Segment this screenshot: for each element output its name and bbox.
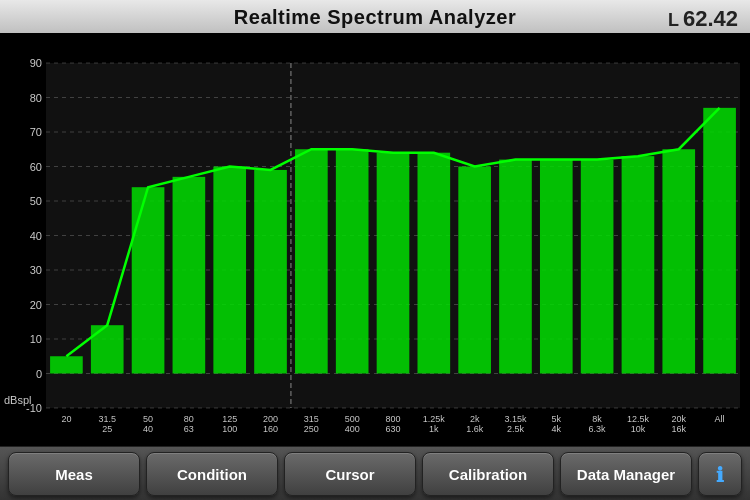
condition-button[interactable]: Condition [146, 452, 278, 496]
svg-text:315: 315 [304, 414, 319, 424]
app-title: Realtime Spectrum Analyzer [0, 6, 750, 29]
svg-text:63: 63 [184, 424, 194, 434]
svg-text:3.15k: 3.15k [504, 414, 527, 424]
svg-text:800: 800 [385, 414, 400, 424]
svg-text:6.3k: 6.3k [589, 424, 607, 434]
svg-text:2k: 2k [470, 414, 480, 424]
svg-text:50: 50 [143, 414, 153, 424]
level-channel: L [668, 10, 679, 31]
svg-text:630: 630 [385, 424, 400, 434]
svg-rect-66 [622, 156, 655, 373]
svg-rect-33 [173, 177, 206, 374]
svg-text:40: 40 [143, 424, 153, 434]
title-bar: Realtime Spectrum Analyzer L 62.42 [0, 0, 750, 33]
svg-rect-45 [336, 149, 369, 373]
svg-rect-30 [132, 187, 165, 373]
svg-text:1.25k: 1.25k [423, 414, 446, 424]
svg-rect-60 [540, 160, 573, 374]
app: Realtime Spectrum Analyzer L 62.42 Curre… [0, 0, 750, 500]
svg-text:80: 80 [30, 92, 42, 104]
svg-text:20: 20 [61, 414, 71, 424]
svg-text:dBspl: dBspl [4, 394, 32, 406]
svg-text:4k: 4k [552, 424, 562, 434]
calibration-button[interactable]: Calibration [422, 452, 554, 496]
svg-text:70: 70 [30, 126, 42, 138]
svg-text:160: 160 [263, 424, 278, 434]
svg-text:50: 50 [30, 195, 42, 207]
svg-rect-63 [581, 160, 614, 374]
svg-text:40: 40 [30, 230, 42, 242]
svg-rect-72 [703, 108, 736, 374]
svg-rect-54 [458, 167, 491, 374]
svg-text:0: 0 [36, 368, 42, 380]
svg-text:400: 400 [345, 424, 360, 434]
svg-text:100: 100 [222, 424, 237, 434]
svg-text:25: 25 [102, 424, 112, 434]
level-value: 62.42 [683, 6, 738, 32]
svg-text:All: All [715, 414, 725, 424]
svg-text:2.5k: 2.5k [507, 424, 525, 434]
svg-text:20k: 20k [672, 414, 687, 424]
svg-text:20: 20 [30, 299, 42, 311]
svg-text:10: 10 [30, 333, 42, 345]
svg-text:5k: 5k [552, 414, 562, 424]
svg-text:80: 80 [184, 414, 194, 424]
level-display: L 62.42 [668, 6, 738, 32]
svg-text:200: 200 [263, 414, 278, 424]
meas-button[interactable]: Meas [8, 452, 140, 496]
bottom-nav: Meas Condition Cursor Calibration Data M… [0, 446, 750, 500]
svg-rect-51 [417, 153, 450, 374]
info-button[interactable]: ℹ [698, 452, 742, 496]
svg-text:16k: 16k [672, 424, 687, 434]
data-manager-button[interactable]: Data Manager [560, 452, 692, 496]
chart-area: Current Calibration Data：None ⊙ETANI ASA… [0, 33, 750, 446]
svg-rect-36 [213, 167, 246, 374]
svg-rect-69 [662, 149, 695, 373]
spectrum-chart: 9080706050403020100-102031.5255040806312… [0, 33, 750, 446]
svg-text:30: 30 [30, 264, 42, 276]
svg-text:90: 90 [30, 57, 42, 69]
svg-text:31.5: 31.5 [98, 414, 116, 424]
svg-text:12.5k: 12.5k [627, 414, 650, 424]
svg-rect-48 [377, 153, 410, 374]
svg-rect-25 [50, 356, 83, 373]
svg-rect-42 [295, 149, 328, 373]
svg-text:8k: 8k [592, 414, 602, 424]
svg-rect-39 [254, 170, 287, 374]
cursor-button[interactable]: Cursor [284, 452, 416, 496]
svg-rect-57 [499, 160, 532, 374]
svg-text:60: 60 [30, 161, 42, 173]
svg-text:10k: 10k [631, 424, 646, 434]
svg-text:500: 500 [345, 414, 360, 424]
svg-text:1.6k: 1.6k [466, 424, 484, 434]
svg-text:1k: 1k [429, 424, 439, 434]
svg-text:125: 125 [222, 414, 237, 424]
svg-text:250: 250 [304, 424, 319, 434]
